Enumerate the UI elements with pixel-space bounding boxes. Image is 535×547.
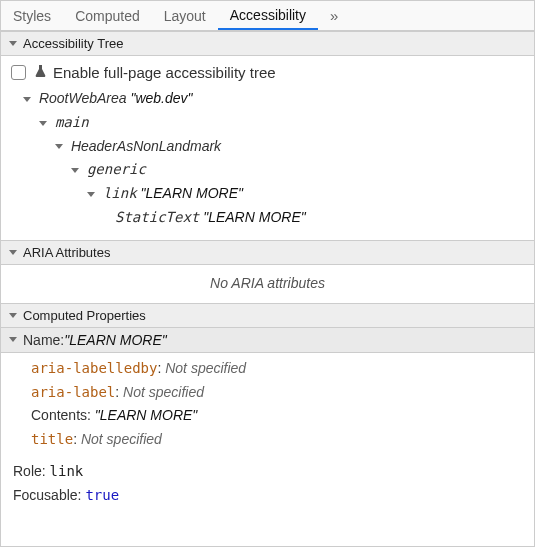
tree-name: "LEARN MORE" [203, 209, 306, 225]
computed-focusable-row: Focusable: true [1, 484, 534, 508]
focusable-value: true [85, 487, 119, 503]
tab-accessibility[interactable]: Accessibility [218, 1, 318, 30]
attr-name: title [31, 431, 73, 447]
attr-name: aria-label [31, 384, 115, 400]
tree-node-root[interactable]: RootWebArea "web.dev" [11, 87, 524, 111]
computed-name-sources: aria-labelledby: Not specified aria-labe… [1, 353, 534, 460]
disclosure-triangle-icon [9, 337, 17, 342]
attr-value: Not specified [165, 360, 246, 376]
enable-full-page-row: Enable full-page accessibility tree [11, 62, 524, 83]
accessibility-panel: Styles Computed Layout Accessibility » A… [0, 0, 535, 547]
tree-role: HeaderAsNonLandmark [71, 138, 221, 154]
attr-value: Not specified [123, 384, 204, 400]
tab-styles[interactable]: Styles [1, 1, 63, 30]
computed-name-value: "LEARN MORE" [64, 332, 167, 348]
attr-value: "LEARN MORE" [95, 407, 198, 423]
enable-full-page-checkbox[interactable] [11, 65, 26, 80]
computed-properties: Name: "LEARN MORE" aria-labelledby: Not … [1, 328, 534, 508]
tree-role: generic [87, 161, 146, 177]
attr-value: Not specified [81, 431, 162, 447]
tree-role: link [103, 185, 137, 201]
chevron-down-icon [87, 192, 95, 197]
attr-name: Contents [31, 407, 87, 423]
aria-empty-message: No ARIA attributes [1, 265, 534, 303]
tree-node-statictext[interactable]: StaticText "LEARN MORE" [11, 206, 524, 230]
computed-role-row: Role: link [1, 460, 534, 484]
role-label: Role: [13, 463, 50, 479]
chevron-down-icon [55, 144, 63, 149]
tree-node-link[interactable]: link "LEARN MORE" [11, 182, 524, 206]
enable-full-page-label: Enable full-page accessibility tree [53, 64, 276, 81]
disclosure-triangle-icon [9, 250, 17, 255]
tree-section-content: Enable full-page accessibility tree Root… [1, 56, 534, 240]
tree-role: main [55, 114, 89, 130]
role-value: link [50, 463, 84, 479]
tree-node-generic[interactable]: generic [11, 158, 524, 182]
chevron-down-icon [23, 97, 31, 102]
tree-name: "web.dev" [130, 90, 192, 106]
tree-node-main[interactable]: main [11, 111, 524, 135]
attr-name: aria-labelledby [31, 360, 157, 376]
focusable-label: Focusable: [13, 487, 85, 503]
tab-overflow-button[interactable]: » [318, 7, 350, 24]
chevron-down-icon [39, 121, 47, 126]
section-header-computed[interactable]: Computed Properties [1, 303, 534, 328]
section-header-tree[interactable]: Accessibility Tree [1, 31, 534, 56]
tab-computed[interactable]: Computed [63, 1, 152, 30]
section-title: Accessibility Tree [23, 36, 123, 51]
computed-name-row[interactable]: Name: "LEARN MORE" [1, 328, 534, 353]
source-contents: Contents: "LEARN MORE" [31, 404, 534, 428]
accessibility-tree: RootWebArea "web.dev" main HeaderAsNonLa… [11, 83, 524, 230]
source-title: title: Not specified [31, 428, 534, 452]
section-title: ARIA Attributes [23, 245, 110, 260]
disclosure-triangle-icon [9, 313, 17, 318]
source-aria-labelledby: aria-labelledby: Not specified [31, 357, 534, 381]
tree-name: "LEARN MORE" [141, 185, 244, 201]
tab-bar: Styles Computed Layout Accessibility » [1, 1, 534, 31]
tree-role: RootWebArea [39, 90, 127, 106]
section-title: Computed Properties [23, 308, 146, 323]
experiment-flask-icon [34, 64, 47, 81]
source-aria-label: aria-label: Not specified [31, 381, 534, 405]
chevron-down-icon [71, 168, 79, 173]
section-header-aria[interactable]: ARIA Attributes [1, 240, 534, 265]
computed-name-label: Name: [23, 332, 64, 348]
tree-role: StaticText [115, 209, 199, 225]
tree-node-header[interactable]: HeaderAsNonLandmark [11, 135, 524, 159]
tab-layout[interactable]: Layout [152, 1, 218, 30]
disclosure-triangle-icon [9, 41, 17, 46]
